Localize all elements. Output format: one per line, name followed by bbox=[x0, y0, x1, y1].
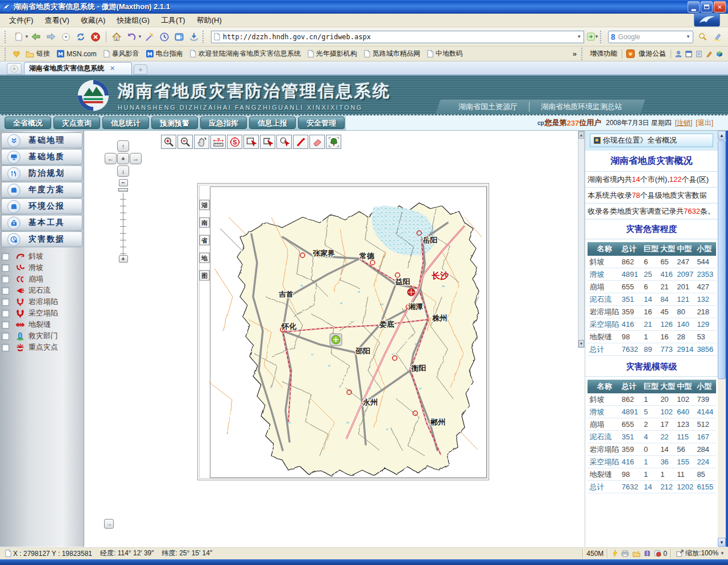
exit-link[interactable]: [退出] bbox=[696, 118, 713, 128]
banner-link[interactable]: 湖南省地质环境监测总站 bbox=[529, 102, 622, 112]
new-page-button[interactable] bbox=[11, 30, 25, 44]
layer-checkbox[interactable] bbox=[2, 253, 9, 260]
layer-checkbox[interactable] bbox=[2, 264, 9, 272]
page-scroll-down-icon[interactable]: ▼ bbox=[718, 538, 726, 547]
nav-tab[interactable]: 预测预警 bbox=[151, 117, 198, 129]
go-dropdown[interactable]: ▼ bbox=[594, 34, 599, 39]
banner-link[interactable]: 湖南省国土资源厅 bbox=[458, 102, 518, 112]
popup-blocker-icon[interactable] bbox=[654, 550, 661, 557]
layer-checkbox[interactable] bbox=[2, 321, 9, 329]
avatar-icon[interactable] bbox=[675, 51, 682, 57]
search-button[interactable] bbox=[696, 30, 709, 44]
map-frame[interactable]: 湖南省地图 bbox=[197, 183, 489, 480]
pan-center-button[interactable]: + bbox=[117, 153, 129, 164]
maximize-button[interactable] bbox=[701, 1, 713, 13]
favorite-link[interactable]: MSN.com bbox=[57, 50, 97, 58]
address-dropdown[interactable]: ▼ bbox=[577, 34, 581, 39]
new-tab-button[interactable]: + bbox=[134, 64, 147, 74]
printer-icon[interactable] bbox=[621, 550, 629, 557]
resize-icon[interactable] bbox=[676, 550, 684, 557]
favorite-link[interactable]: 电台指南 bbox=[146, 49, 183, 59]
layer-checkbox[interactable] bbox=[2, 276, 9, 283]
history-clock-button[interactable] bbox=[158, 30, 171, 44]
urlbar-grip[interactable] bbox=[202, 31, 206, 43]
history-dropdown-button[interactable] bbox=[59, 30, 73, 44]
url-text[interactable]: http://dzzh.hndh.gov.cn/gridweb.aspx bbox=[223, 33, 578, 41]
nav-tab[interactable]: 应急指挥 bbox=[200, 117, 247, 129]
layer-label[interactable]: 岩溶塌陷 bbox=[28, 297, 58, 307]
sidebar-section[interactable]: 基本工具 bbox=[1, 215, 82, 231]
sidebar-section[interactable]: 基础地理 bbox=[1, 132, 82, 148]
map-tool-button[interactable] bbox=[161, 135, 176, 149]
map-tool-button[interactable] bbox=[293, 135, 308, 149]
zoom-slider-handle[interactable] bbox=[118, 188, 128, 192]
favorite-link[interactable]: 光年摄影机构 bbox=[308, 49, 357, 59]
favorite-link[interactable]: 链接 bbox=[26, 49, 50, 59]
sidebar-section[interactable]: 环境公报 bbox=[1, 198, 82, 214]
map-tool-button[interactable] bbox=[260, 135, 275, 149]
favorite-link[interactable]: 暴风影音 bbox=[104, 49, 139, 59]
map-tool-button[interactable] bbox=[194, 135, 209, 149]
layer-checkbox[interactable] bbox=[2, 298, 9, 306]
layer-label[interactable]: 斜坡 bbox=[28, 251, 43, 261]
boost-icon[interactable] bbox=[613, 550, 618, 557]
layer-checkbox[interactable] bbox=[2, 287, 9, 294]
pan-down-button[interactable]: ↓ bbox=[117, 165, 129, 177]
zoom-dropdown[interactable]: ▼ bbox=[720, 551, 725, 556]
layer-label[interactable]: 救灾部门 bbox=[28, 331, 58, 341]
sidebar-section[interactable]: 基础地质 bbox=[1, 149, 82, 165]
pan-right-button[interactable]: → bbox=[130, 153, 142, 164]
panel-scroll-up-icon[interactable]: ▲ bbox=[578, 131, 584, 139]
map-tool-button[interactable] bbox=[326, 135, 341, 149]
breadcrumb[interactable]: 你现在位置》 全省概况 bbox=[590, 134, 713, 147]
zoom-out-step-button[interactable]: − bbox=[119, 179, 128, 186]
paint-icon[interactable] bbox=[706, 51, 713, 57]
nav-tab[interactable]: 灾点查询 bbox=[53, 117, 100, 129]
nav-tab[interactable]: 全省概况 bbox=[5, 117, 51, 129]
map-scroll-right-button[interactable]: → bbox=[104, 519, 114, 529]
menu-item[interactable]: 快捷组(G) bbox=[111, 14, 155, 26]
undo-button[interactable] bbox=[125, 30, 138, 44]
back-button[interactable] bbox=[30, 30, 43, 44]
search-box[interactable]: 8 Google ▼ bbox=[608, 31, 693, 43]
search-placeholder[interactable]: Google bbox=[618, 33, 687, 41]
forward-button[interactable] bbox=[44, 30, 58, 44]
new-page-dropdown[interactable]: ▼ bbox=[24, 34, 29, 39]
active-tab[interactable]: 湖南省地质灾害信息系统 ✕ bbox=[24, 62, 132, 74]
go-button[interactable] bbox=[587, 30, 595, 44]
layer-label[interactable]: 泥石流 bbox=[28, 285, 51, 296]
tab-list-star-button[interactable] bbox=[7, 63, 22, 74]
pan-left-button[interactable]: ← bbox=[105, 153, 117, 164]
cube-icon[interactable] bbox=[716, 51, 723, 57]
nav-tab[interactable]: 信息统计 bbox=[102, 117, 149, 129]
minimize-button[interactable]: ▂ bbox=[688, 1, 700, 13]
menu-item[interactable]: 查看(V) bbox=[39, 14, 75, 26]
menu-item[interactable]: 文件(F) bbox=[3, 14, 39, 26]
links-overflow-chevron[interactable]: » bbox=[573, 49, 577, 58]
layer-label[interactable]: 地裂缝 bbox=[28, 319, 51, 330]
map-tool-button[interactable] bbox=[177, 135, 193, 149]
close-button[interactable]: ✕ bbox=[714, 1, 726, 13]
zoom-in-step-button[interactable]: + bbox=[119, 255, 128, 263]
charity-icon[interactable] bbox=[626, 49, 635, 58]
menu-item[interactable]: 收藏(A) bbox=[75, 14, 111, 26]
zoom-slider-track[interactable] bbox=[120, 193, 126, 255]
window-icon[interactable] bbox=[685, 51, 692, 57]
hunan-map[interactable]: 湖南省地图 bbox=[197, 183, 489, 480]
menu-item[interactable]: 工具(T) bbox=[155, 14, 191, 26]
tab-close-icon[interactable]: ✕ bbox=[110, 65, 115, 72]
sidebar-section[interactable]: 防治规划 bbox=[1, 165, 82, 181]
panel-scroll-down-icon[interactable]: ▼ bbox=[578, 340, 584, 347]
panel-scrollbar[interactable]: ▲ ▼ bbox=[578, 131, 585, 547]
page-scroll-up-icon[interactable]: ▲ bbox=[718, 131, 726, 140]
page-scroll-thumb[interactable] bbox=[718, 140, 726, 379]
notes-icon[interactable] bbox=[696, 51, 702, 57]
map-tool-button[interactable] bbox=[276, 135, 292, 149]
layer-checkbox[interactable] bbox=[2, 333, 9, 340]
zoom-level[interactable]: 缩放:100% bbox=[685, 549, 718, 558]
refresh-button[interactable] bbox=[74, 30, 88, 44]
map-tool-button[interactable] bbox=[309, 135, 325, 149]
window-layout-button[interactable] bbox=[172, 30, 186, 44]
map-tool-button[interactable]: S bbox=[227, 135, 242, 149]
search-grip[interactable] bbox=[600, 31, 603, 43]
